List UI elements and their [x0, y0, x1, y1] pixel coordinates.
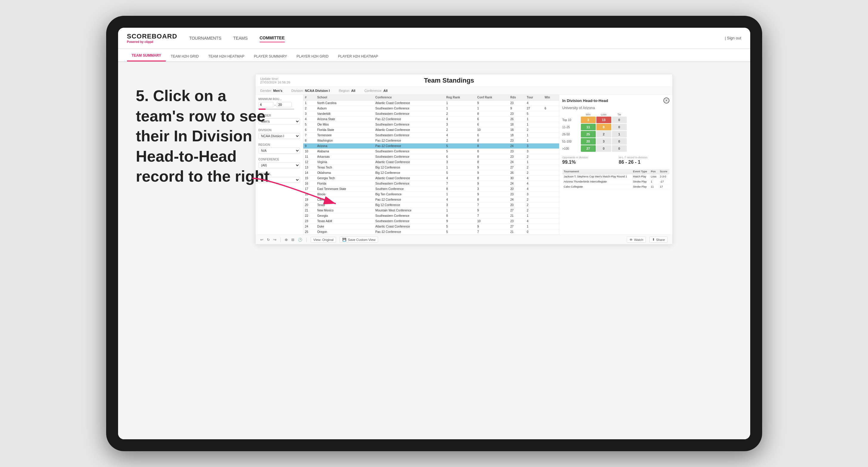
update-time-value: 27/03/2024 16:56:26: [260, 81, 290, 84]
min-rounds-max-input[interactable]: [277, 102, 291, 107]
share-button[interactable]: ⬆ Share: [649, 237, 667, 243]
table-row[interactable]: 22 Georgia Southeastern Conference 8 7 2…: [303, 213, 559, 219]
table-row[interactable]: 8 Washington Pac-12 Conference 2 8 23 1: [303, 138, 559, 144]
h2h-tie-cell: 0: [612, 124, 627, 130]
table-row[interactable]: 6 Florida State Atlantic Coast Conferenc…: [303, 127, 559, 133]
cell-num: 10: [303, 149, 315, 154]
cell-win: [543, 100, 559, 106]
cell-tour: 2: [525, 197, 543, 203]
save-icon: 💾: [342, 238, 346, 242]
table-row[interactable]: 10 Alabama Southeastern Conference 5 8 2…: [303, 149, 559, 154]
col-tour: Tour: [525, 95, 543, 100]
save-custom-view-button[interactable]: 💾 Save Custom View: [340, 237, 378, 243]
cell-tour: 3: [525, 144, 543, 149]
cell-win: [543, 176, 559, 181]
view-original-button[interactable]: View: Original: [311, 237, 336, 243]
cell-num: 3: [303, 111, 315, 117]
annotation-arrow: [246, 175, 342, 211]
paste-icon[interactable]: ⊞: [291, 238, 294, 242]
cell-conference: Pac-12 Conference: [374, 229, 444, 235]
cell-win: [543, 117, 559, 122]
nav-teams[interactable]: TEAMS: [233, 34, 247, 42]
table-row[interactable]: 4 Arizona State Pac-12 Conference 4 6 26…: [303, 117, 559, 122]
forward-icon[interactable]: ↪: [273, 238, 276, 242]
h2h-row: 26-50 25 2 1: [562, 131, 670, 137]
cell-event-type: Match Play: [631, 174, 649, 179]
filter-row: Gender: Men's Division: NCAA Division I …: [255, 87, 672, 95]
cell-conf-rank: 8: [475, 149, 508, 154]
subnav-player-h2h-grid[interactable]: PLAYER H2H GRID: [291, 51, 333, 61]
cell-tour: 1: [525, 160, 543, 165]
watch-button[interactable]: 👁 Watch: [627, 237, 646, 243]
h2h-win-cell: 25: [581, 131, 596, 137]
table-row[interactable]: 3 Vanderbilt Southeastern Conference 2 8…: [303, 111, 559, 117]
cell-conference: Big 12 Conference: [374, 203, 444, 208]
top-nav-links: TOURNAMENTS TEAMS COMMITTEE: [189, 34, 284, 42]
subnav-team-summary[interactable]: TEAM SUMMARY: [127, 51, 166, 61]
table-row[interactable]: 1 North Carolina Atlantic Coast Conferen…: [303, 100, 559, 106]
annotation-text: 5. Click on a team's row to see their In…: [136, 86, 279, 187]
table-row[interactable]: 5 Ole Miss Southeastern Conference 3 6 1…: [303, 122, 559, 127]
cell-rds: 30: [508, 176, 525, 181]
cell-win: [543, 219, 559, 224]
cell-reg-rank: 5: [444, 149, 475, 154]
cell-win: [543, 154, 559, 160]
subnav-player-h2h-heatmap[interactable]: PLAYER H2H HEATMAP: [333, 51, 383, 61]
cell-conference: Pac-12 Conference: [374, 197, 444, 203]
subnav-team-h2h-heatmap[interactable]: TEAM H2H HEATMAP: [204, 51, 249, 61]
cell-school: Duke: [315, 224, 374, 229]
cell-num: 2: [303, 106, 315, 111]
redo-icon[interactable]: ↻: [267, 238, 270, 242]
cell-rds: 23: [508, 154, 525, 160]
col-score: Score: [658, 169, 670, 174]
cell-rds: 24: [508, 197, 525, 203]
clock-icon[interactable]: 🕐: [298, 238, 302, 242]
table-row[interactable]: 23 Texas A&M Southeastern Conference 9 1…: [303, 219, 559, 224]
h2h-win-cell: 27: [581, 145, 596, 152]
h2h-close-button[interactable]: ✕: [663, 97, 670, 103]
cell-reg-rank: 4: [444, 176, 475, 181]
cell-conf-rank: 9: [475, 100, 508, 106]
cell-rds: 20: [508, 186, 525, 192]
cell-reg-rank: 2: [444, 127, 475, 133]
division-filter-display: Division: NCAA Division I: [291, 89, 330, 92]
cell-conf-rank: 9: [475, 170, 508, 176]
app-header: Update time: 27/03/2024 16:56:26 Team St…: [255, 74, 672, 87]
table-row[interactable]: 2 Auburn Southeastern Conference 1 1 9 2…: [303, 106, 559, 111]
cell-win: [543, 160, 559, 165]
h2h-rows: Top 10 3 13 0 11-25 11 8 0 26-50 25 2 1 …: [562, 117, 670, 152]
col-tournament: Tournament: [562, 169, 631, 174]
table-row[interactable]: 9 Arizona Pac-12 Conference 5 8 24 3: [303, 144, 559, 149]
h2h-row: 51-100 20 3 0: [562, 138, 670, 145]
cell-school: Auburn: [315, 106, 374, 111]
cell-tour: 2: [525, 208, 543, 213]
cell-num: 8: [303, 138, 315, 144]
sign-out-button[interactable]: | Sign out: [725, 36, 741, 40]
cell-num: 23: [303, 219, 315, 224]
cell-rds: 24: [508, 144, 525, 149]
subnav-team-h2h-grid[interactable]: TEAM H2H GRID: [166, 51, 204, 61]
h2h-loss-cell: 13: [596, 117, 611, 123]
table-row[interactable]: 12 Virginia Atlantic Coast Conference 3 …: [303, 160, 559, 165]
cell-reg-rank: 8: [444, 186, 475, 192]
nav-committee[interactable]: COMMITTEE: [260, 34, 285, 42]
table-row[interactable]: 11 Arkansas Southeastern Conference 6 8 …: [303, 154, 559, 160]
cell-conference: Atlantic Coast Conference: [374, 160, 444, 165]
h2h-tie-cell: 1: [612, 131, 627, 137]
table-row[interactable]: 24 Duke Atlantic Coast Conference 5 9 27…: [303, 224, 559, 229]
cell-conf-rank: 7: [475, 213, 508, 219]
subnav-player-summary[interactable]: PLAYER SUMMARY: [249, 51, 292, 61]
cell-win: [543, 186, 559, 192]
share-icon: ⬆: [652, 238, 655, 242]
table-row[interactable]: 13 Texas Tech Big 12 Conference 1 9 27 2: [303, 165, 559, 170]
table-row[interactable]: 14 Oklahoma Big 12 Conference 5 9 26 2: [303, 170, 559, 176]
cell-conference: Big 12 Conference: [374, 170, 444, 176]
min-rounds-slider[interactable]: [258, 108, 294, 110]
table-row[interactable]: 25 Oregon Pac-12 Conference 5 7 21 0: [303, 229, 559, 235]
undo-icon[interactable]: ↩: [260, 238, 263, 242]
table-row[interactable]: 7 Tennessee Southeastern Conference 4 6 …: [303, 133, 559, 138]
copy-icon[interactable]: ⊕: [285, 238, 288, 242]
cell-win: [543, 122, 559, 127]
cell-rds: 23: [508, 219, 525, 224]
nav-tournaments[interactable]: TOURNAMENTS: [189, 34, 221, 42]
